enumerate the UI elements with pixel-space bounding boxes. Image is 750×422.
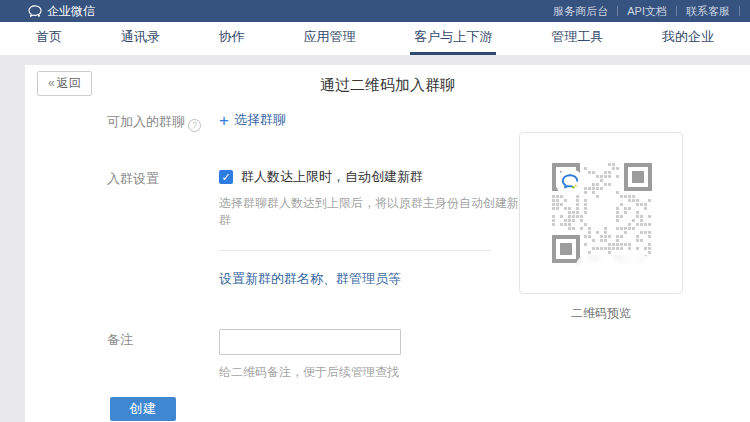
back-button-label: 返回: [57, 76, 81, 90]
tab-my-company[interactable]: 我的企业: [658, 22, 718, 55]
create-button[interactable]: 创建: [110, 397, 176, 421]
remark-input[interactable]: [219, 329, 401, 355]
tab-contacts[interactable]: 通讯录: [117, 22, 164, 55]
back-chevron-icon: «: [48, 76, 55, 90]
remark-control: 给二维码备注，便于后续管理查找: [219, 329, 527, 381]
topbar-links: 服务商后台 API文档 联系客服: [544, 4, 740, 19]
settings-divider: [219, 250, 491, 251]
tab-app-management[interactable]: 应用管理: [299, 22, 359, 55]
join-settings-control: ✓ 群人数达上限时，自动创建新群 选择群聊群人数达到上限后，将以原群主身份自动创…: [219, 168, 527, 288]
auto-create-group-option: ✓ 群人数达上限时，自动创建新群: [219, 168, 527, 186]
new-group-settings-link[interactable]: 设置新群的群名称、群管理员等: [219, 270, 401, 288]
back-button[interactable]: «返回: [37, 71, 92, 96]
tab-home[interactable]: 首页: [32, 22, 66, 55]
topbar-link-provider-console[interactable]: 服务商后台: [544, 4, 617, 19]
row-joinable-groups: 可加入的群聊? +选择群聊: [107, 111, 527, 132]
joinable-groups-label: 可加入的群聊?: [107, 111, 219, 132]
remark-hint: 给二维码备注，便于后续管理查找: [219, 364, 527, 381]
info-icon[interactable]: ?: [188, 119, 201, 132]
wechat-work-qr-logo-icon: [556, 169, 584, 197]
plus-icon: +: [219, 111, 229, 130]
brand[interactable]: 企业微信: [28, 3, 95, 20]
main-nav: 首页 通讯录 协作 应用管理 客户与上下游 管理工具 我的企业: [0, 22, 750, 55]
auto-create-group-checkbox[interactable]: ✓: [219, 170, 233, 184]
tab-customers-upstream-downstream[interactable]: 客户与上下游: [410, 22, 496, 55]
auto-create-group-hint: 选择群聊群人数达到上限后，将以原群主身份自动创建新群: [219, 195, 527, 229]
auto-create-group-label[interactable]: 群人数达上限时，自动创建新群: [241, 168, 423, 186]
row-join-settings: 入群设置 ✓ 群人数达上限时，自动创建新群 选择群聊群人数达到上限后，将以原群主…: [107, 168, 527, 288]
topbar: 企业微信 服务商后台 API文档 联系客服: [0, 0, 750, 22]
panel-header: «返回 通过二维码加入群聊: [25, 65, 750, 97]
content-panel: «返回 通过二维码加入群聊 可加入的群聊? +选择群聊 入群设置 ✓ 群人数达上…: [25, 65, 750, 422]
topbar-divider: [739, 6, 740, 16]
join-settings-label: 入群设置: [107, 168, 219, 288]
remark-label: 备注: [107, 329, 219, 381]
topbar-link-api-docs[interactable]: API文档: [618, 4, 676, 19]
select-group-chat-link[interactable]: +选择群聊: [219, 112, 286, 127]
brand-name: 企业微信: [47, 3, 95, 20]
qr-preview-caption: 二维码预览: [519, 305, 683, 322]
qr-blurred-area: [576, 255, 652, 279]
create-qr-form: 可加入的群聊? +选择群聊 入群设置 ✓ 群人数达上限时，自动创建新群 选择群聊…: [107, 111, 527, 381]
qr-preview-block: 二维码预览: [519, 132, 683, 322]
check-icon: ✓: [221, 171, 230, 183]
qr-preview-card: [519, 132, 683, 294]
joinable-groups-control: +选择群聊: [219, 111, 527, 132]
select-group-chat-label: 选择群聊: [234, 112, 286, 127]
tab-collaboration[interactable]: 协作: [215, 22, 249, 55]
wechat-work-logo-icon: [28, 5, 42, 18]
row-remark: 备注 给二维码备注，便于后续管理查找: [107, 329, 527, 381]
page-title: 通过二维码加入群聊: [25, 65, 750, 95]
topbar-link-contact-support[interactable]: 联系客服: [677, 4, 739, 19]
tab-management-tools[interactable]: 管理工具: [547, 22, 607, 55]
